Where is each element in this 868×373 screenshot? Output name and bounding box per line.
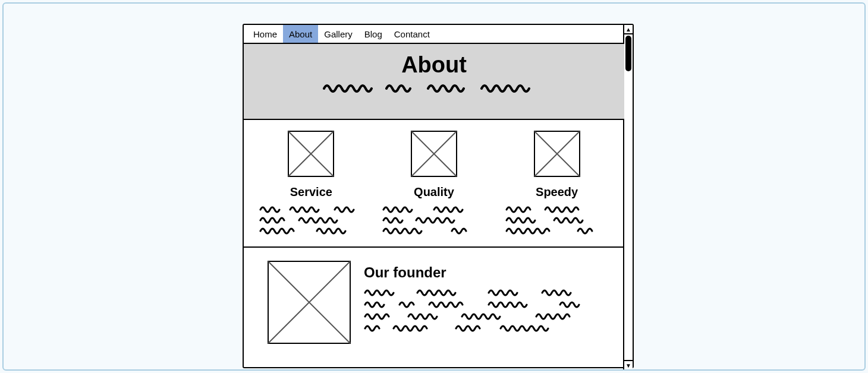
image-placeholder-icon [254,131,367,177]
navbar: Home About Gallery Blog Contanct [244,25,624,44]
feature-speedy: Speedy [501,131,614,236]
hero-section: About [244,44,624,120]
feature-text-placeholder [378,204,490,236]
feature-title: Service [254,185,367,199]
image-placeholder-icon [378,131,490,177]
nav-item-home[interactable]: Home [247,25,283,43]
scroll-thumb[interactable] [625,36,631,71]
scrollbar[interactable]: ▲ ▼ [623,25,633,369]
feature-text-placeholder [501,204,614,236]
page-content: About Service [244,44,624,369]
feature-title: Quality [378,185,490,199]
browser-window: Home About Gallery Blog Contanct ▲ ▼ Abo… [243,24,634,368]
nav-item-about[interactable]: About [283,25,318,43]
page-title: About [244,52,624,78]
founder-section: Our founder [244,248,624,352]
scroll-down-button[interactable]: ▼ [624,360,633,369]
image-placeholder-icon [268,261,351,346]
founder-body-placeholder [364,287,603,340]
feature-quality: Quality [378,131,490,236]
nav-item-gallery[interactable]: Gallery [318,25,358,43]
nav-item-contact[interactable]: Contanct [388,25,436,43]
feature-text-placeholder [254,204,367,236]
feature-service: Service [254,131,367,236]
hero-subtitle-placeholder [244,80,624,93]
founder-title: Our founder [364,264,603,281]
features-section: Service Quality [244,120,624,248]
nav-item-blog[interactable]: Blog [358,25,388,43]
scroll-up-button[interactable]: ▲ [624,25,633,34]
founder-text: Our founder [364,261,603,346]
image-placeholder-icon [501,131,614,177]
feature-title: Speedy [501,185,614,199]
